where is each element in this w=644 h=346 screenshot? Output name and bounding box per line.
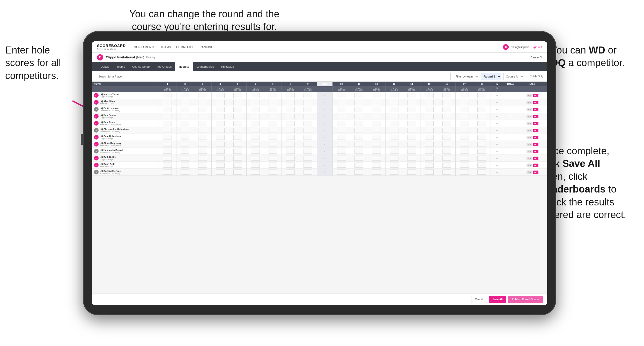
hole-score-cell[interactable]	[438, 134, 456, 141]
score-input[interactable]	[337, 142, 346, 147]
hole-score-cell[interactable]	[368, 134, 385, 141]
hole-score-cell[interactable]	[473, 120, 491, 127]
score-input[interactable]	[233, 149, 242, 154]
hole-score-cell[interactable]	[350, 120, 368, 127]
wd-button[interactable]: WD	[527, 136, 532, 139]
score-input[interactable]	[407, 156, 416, 161]
hole-score-cell[interactable]	[420, 106, 438, 113]
hole-score-cell[interactable]	[420, 127, 438, 134]
hole-score-cell[interactable]	[247, 141, 264, 148]
hole-score-cell[interactable]	[438, 120, 456, 127]
hole-score-cell[interactable]	[333, 99, 350, 106]
hole-score-cell[interactable]	[282, 92, 299, 99]
score-input[interactable]	[390, 121, 398, 126]
sign-out-link[interactable]: Sign out	[532, 45, 542, 49]
score-input[interactable]	[216, 121, 225, 126]
hole-score-cell[interactable]	[229, 99, 247, 106]
tab-tee-groups[interactable]: Tee Groups	[153, 62, 175, 71]
score-input[interactable]	[163, 163, 172, 168]
score-input[interactable]	[233, 142, 242, 147]
score-input[interactable]	[304, 107, 312, 112]
dq-button[interactable]: DQ	[533, 108, 538, 111]
hole-score-cell[interactable]	[333, 120, 350, 127]
score-input[interactable]	[286, 121, 295, 126]
hole-score-cell[interactable]	[420, 141, 438, 148]
tab-printables[interactable]: Printables	[218, 62, 238, 71]
hole-score-cell[interactable]	[247, 113, 264, 120]
hole-score-cell[interactable]	[264, 113, 282, 120]
score-input[interactable]	[372, 121, 381, 126]
score-input[interactable]	[372, 149, 381, 154]
score-input[interactable]	[233, 121, 242, 126]
hole-score-cell[interactable]	[403, 134, 420, 141]
score-input[interactable]	[477, 163, 486, 168]
score-input[interactable]	[304, 163, 312, 168]
score-input[interactable]	[337, 100, 346, 105]
hole-score-cell[interactable]	[299, 120, 317, 127]
score-input[interactable]	[354, 128, 363, 133]
score-input[interactable]	[251, 128, 260, 133]
score-input[interactable]	[460, 135, 469, 140]
hole-score-cell[interactable]	[473, 134, 491, 141]
hole-score-cell[interactable]	[176, 99, 194, 106]
hole-score-cell[interactable]	[350, 169, 368, 176]
hole-score-cell[interactable]	[211, 99, 229, 106]
hole-score-cell[interactable]	[211, 155, 229, 162]
hole-score-cell[interactable]	[403, 106, 420, 113]
score-input[interactable]	[425, 149, 434, 154]
nav-teams[interactable]: TEAMS	[160, 45, 171, 49]
score-input[interactable]	[304, 156, 312, 161]
score-input[interactable]	[286, 149, 295, 154]
hole-score-cell[interactable]	[473, 113, 491, 120]
hole-score-cell[interactable]	[229, 148, 247, 155]
hole-score-cell[interactable]	[420, 113, 438, 120]
score-input[interactable]	[442, 156, 451, 161]
score-input[interactable]	[304, 170, 312, 175]
score-input[interactable]	[269, 100, 277, 105]
tab-teams[interactable]: Teams	[113, 62, 129, 71]
wd-button[interactable]: WD	[527, 164, 532, 167]
hole-score-cell[interactable]	[456, 155, 473, 162]
label-cell[interactable]: WD DQ	[518, 113, 547, 120]
hole-score-cell[interactable]	[438, 113, 456, 120]
score-input[interactable]	[181, 128, 189, 133]
score-input[interactable]	[304, 93, 312, 98]
hole-score-cell[interactable]	[282, 120, 299, 127]
hole-score-cell[interactable]	[159, 99, 176, 106]
hole-score-cell[interactable]	[264, 120, 282, 127]
score-input[interactable]	[233, 100, 242, 105]
score-input[interactable]	[372, 93, 381, 98]
score-input[interactable]	[477, 107, 486, 112]
hole-score-cell[interactable]	[368, 169, 385, 176]
hole-score-cell[interactable]	[333, 106, 350, 113]
score-input[interactable]	[477, 142, 486, 147]
hole-score-cell[interactable]	[247, 106, 264, 113]
score-input[interactable]	[425, 128, 434, 133]
hole-score-cell[interactable]	[299, 169, 317, 176]
hole-score-cell[interactable]	[194, 127, 211, 134]
hole-score-cell[interactable]	[229, 169, 247, 176]
wd-button[interactable]: WD	[527, 122, 532, 125]
hole-score-cell[interactable]	[299, 113, 317, 120]
hole-score-cell[interactable]	[350, 106, 368, 113]
score-input[interactable]	[251, 142, 260, 147]
score-input[interactable]	[233, 135, 242, 140]
hole-score-cell[interactable]	[473, 127, 491, 134]
hole-score-cell[interactable]	[194, 106, 211, 113]
hole-score-cell[interactable]	[247, 127, 264, 134]
hole-score-cell[interactable]	[473, 99, 491, 106]
score-input[interactable]	[354, 170, 363, 175]
hole-score-cell[interactable]	[282, 141, 299, 148]
label-cell[interactable]: WD DQ	[518, 120, 547, 127]
publish-button[interactable]: Publish Round Scores	[508, 296, 543, 303]
hole-score-cell[interactable]	[385, 141, 403, 148]
score-input[interactable]	[425, 100, 434, 105]
score-input[interactable]	[337, 107, 346, 112]
label-cell[interactable]: WD DQ	[518, 99, 547, 106]
hole-score-cell[interactable]	[368, 141, 385, 148]
score-input[interactable]	[304, 135, 312, 140]
hole-score-cell[interactable]	[350, 99, 368, 106]
dq-button[interactable]: DQ	[533, 150, 538, 153]
hole-score-cell[interactable]	[385, 120, 403, 127]
score-input[interactable]	[354, 149, 363, 154]
